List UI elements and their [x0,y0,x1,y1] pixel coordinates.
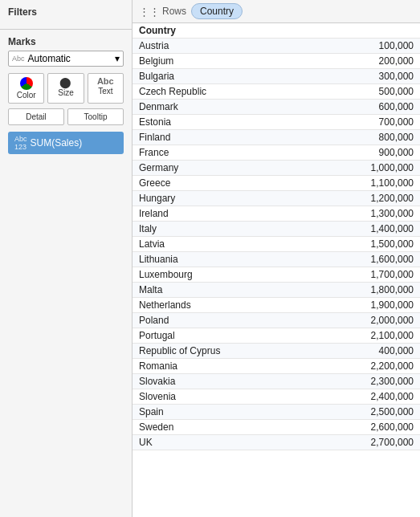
table-row: Romania2,200,000 [133,359,420,374]
value-cell: 2,000,000 [313,313,420,328]
table-row: Finland800,000 [133,130,420,145]
chevron-down-icon: ▾ [115,53,120,64]
table-row: Country [133,23,420,39]
table-row: Spain2,500,000 [133,405,420,420]
detail-button[interactable]: Detail [8,108,64,125]
table-row: Greece1,100,000 [133,176,420,191]
tooltip-button[interactable]: Tooltip [67,108,124,125]
table-row: France900,000 [133,145,420,161]
country-cell: UK [133,435,313,450]
table-row: Ireland1,300,000 [133,206,420,222]
table-row: Lithuania1,600,000 [133,252,420,267]
country-cell: Romania [133,359,313,374]
size-label: Size [58,88,73,97]
value-cell: 2,200,000 [313,359,420,374]
country-cell: Portugal [133,328,313,344]
left-panel: Filters Marks Abc Automatic ▾ Color ⬤ Si… [0,0,133,517]
table-row: Netherlands1,900,000 [133,298,420,313]
country-cell: Bulgaria [133,69,313,84]
table-row: Austria100,000 [133,39,420,54]
value-cell: 1,600,000 [313,252,420,267]
table-row: Malta1,800,000 [133,283,420,298]
rows-icon: ⋮⋮ [139,6,160,18]
value-cell [313,23,420,39]
abc-badge: Abc [12,55,25,63]
toolbar-row: ⋮⋮ Rows Country [133,0,420,23]
marks-section: Marks Abc Automatic ▾ Color ⬤ Size Abc T… [0,30,132,162]
country-cell: Estonia [133,115,313,130]
filters-section: Filters [0,0,132,30]
detail-label: Detail [26,112,47,121]
country-cell: Czech Republic [133,84,313,100]
color-button[interactable]: Color [8,73,44,104]
country-cell: Malta [133,283,313,298]
table-row: Slovakia2,300,000 [133,374,420,389]
country-cell: Latvia [133,237,313,252]
marks-dropdown-label: Abc Automatic [12,53,71,64]
marks-dropdown[interactable]: Abc Automatic ▾ [8,51,124,67]
value-cell: 1,700,000 [313,267,420,283]
marks-title: Marks [8,36,124,47]
size-icon: ⬤ [59,77,71,88]
abc123-icon: Abc123 [14,135,27,151]
country-cell: Germany [133,161,313,176]
value-cell: 700,000 [313,115,420,130]
value-cell: 800,000 [313,130,420,145]
country-cell: France [133,145,313,161]
table-row: UK2,700,000 [133,435,420,450]
country-cell: Lithuania [133,252,313,267]
country-cell: Spain [133,405,313,420]
table-row: Hungary1,200,000 [133,191,420,206]
country-cell: Hungary [133,191,313,206]
country-cell: Italy [133,222,313,237]
table-row: Republic of Cyprus400,000 [133,344,420,359]
country-cell: Sweden [133,420,313,435]
value-cell: 1,300,000 [313,206,420,222]
value-cell: 2,600,000 [313,420,420,435]
value-cell: 200,000 [313,54,420,69]
table-row: Estonia700,000 [133,115,420,130]
value-cell: 1,400,000 [313,222,420,237]
value-cell: 300,000 [313,69,420,84]
value-cell: 2,500,000 [313,405,420,420]
country-cell: Luxembourg [133,267,313,283]
data-table[interactable]: CountryAustria100,000Belgium200,000Bulga… [133,23,420,517]
country-cell: Austria [133,39,313,54]
table-row: Portugal2,100,000 [133,328,420,344]
country-cell: Greece [133,176,313,191]
table-row: Germany1,000,000 [133,161,420,176]
country-cell: Country [133,23,313,39]
value-cell: 1,500,000 [313,237,420,252]
table-row: Luxembourg1,700,000 [133,267,420,283]
table-row: Bulgaria300,000 [133,69,420,84]
country-cell: Slovenia [133,389,313,405]
country-cell: Ireland [133,206,313,222]
value-cell: 1,200,000 [313,191,420,206]
sum-sales-pill[interactable]: Abc123 SUM(Sales) [8,132,124,154]
country-cell: Slovakia [133,374,313,389]
color-label: Color [17,91,36,100]
value-cell: 400,000 [313,344,420,359]
country-pill[interactable]: Country [191,3,243,19]
value-cell: 1,100,000 [313,176,420,191]
tooltip-label: Tooltip [84,112,108,121]
color-icon [20,77,33,90]
value-cell: 100,000 [313,39,420,54]
country-cell: Denmark [133,100,313,115]
results-table: CountryAustria100,000Belgium200,000Bulga… [133,23,420,450]
right-panel: ⋮⋮ Rows Country CountryAustria100,000Bel… [133,0,420,517]
country-cell: Netherlands [133,298,313,313]
text-label: Text [98,87,112,96]
table-row: Italy1,400,000 [133,222,420,237]
marks-buttons-row2: Detail Tooltip [8,108,124,125]
rows-label: ⋮⋮ Rows [139,6,186,18]
text-button[interactable]: Abc Text [88,73,124,104]
size-button[interactable]: ⬤ Size [47,73,84,104]
value-cell: 2,300,000 [313,374,420,389]
table-row: Slovenia2,400,000 [133,389,420,405]
table-row: Czech Republic500,000 [133,84,420,100]
value-cell: 2,700,000 [313,435,420,450]
filters-title: Filters [8,6,124,18]
value-cell: 1,000,000 [313,161,420,176]
value-cell: 600,000 [313,100,420,115]
